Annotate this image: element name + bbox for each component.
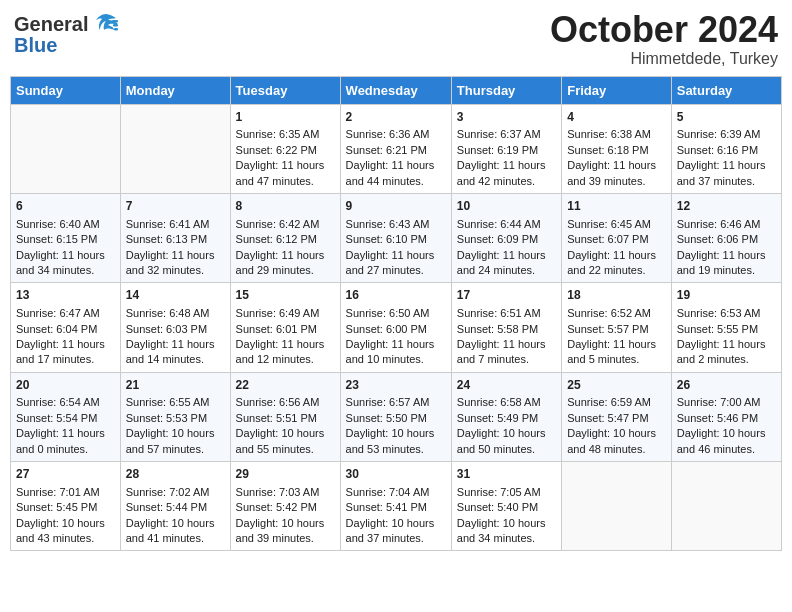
cell-info-line: Daylight: 10 hours and 46 minutes. [677,426,776,457]
cell-w3-d1: 13Sunrise: 6:47 AMSunset: 6:04 PMDayligh… [11,283,121,372]
cell-w3-d3: 15Sunrise: 6:49 AMSunset: 6:01 PMDayligh… [230,283,340,372]
cell-w1-d1 [11,104,121,193]
day-number: 13 [16,287,115,304]
day-number: 15 [236,287,335,304]
cell-info-line: Daylight: 11 hours and 42 minutes. [457,158,556,189]
cell-info-line: Sunrise: 6:44 AM [457,217,556,232]
cell-info-line: Sunset: 6:09 PM [457,232,556,247]
cell-w5-d6 [562,462,671,551]
location-title: Himmetdede, Turkey [550,50,778,68]
cell-info-line: Sunset: 5:45 PM [16,500,115,515]
col-sunday: Sunday [11,76,121,104]
calendar-table: Sunday Monday Tuesday Wednesday Thursday… [10,76,782,552]
day-number: 31 [457,466,556,483]
cell-info-line: Sunset: 5:49 PM [457,411,556,426]
cell-info-line: Sunset: 5:53 PM [126,411,225,426]
cell-info-line: Daylight: 11 hours and 47 minutes. [236,158,335,189]
cell-info-line: Sunrise: 6:39 AM [677,127,776,142]
cell-info-line: Sunset: 6:22 PM [236,143,335,158]
cell-info-line: Daylight: 11 hours and 27 minutes. [346,248,446,279]
cell-info-line: Sunrise: 6:36 AM [346,127,446,142]
cell-info-line: Daylight: 11 hours and 19 minutes. [677,248,776,279]
cell-info-line: Sunrise: 6:47 AM [16,306,115,321]
logo: General Blue [14,10,120,57]
cell-info-line: Sunset: 5:51 PM [236,411,335,426]
cell-info-line: Daylight: 10 hours and 34 minutes. [457,516,556,547]
cell-info-line: Daylight: 11 hours and 39 minutes. [567,158,665,189]
month-title: October 2024 [550,10,778,50]
cell-w3-d2: 14Sunrise: 6:48 AMSunset: 6:03 PMDayligh… [120,283,230,372]
logo-blue: Blue [14,34,57,57]
cell-info-line: Sunrise: 6:38 AM [567,127,665,142]
cell-w5-d5: 31Sunrise: 7:05 AMSunset: 5:40 PMDayligh… [451,462,561,551]
cell-info-line: Sunrise: 6:52 AM [567,306,665,321]
day-number: 19 [677,287,776,304]
svg-rect-1 [113,24,118,27]
cell-info-line: Sunset: 6:13 PM [126,232,225,247]
cell-info-line: Sunset: 5:50 PM [346,411,446,426]
cell-w5-d7 [671,462,781,551]
cell-info-line: Sunrise: 6:48 AM [126,306,225,321]
week-row-4: 20Sunrise: 6:54 AMSunset: 5:54 PMDayligh… [11,372,782,461]
logo-bird-icon [92,10,120,38]
day-number: 29 [236,466,335,483]
title-block: October 2024 Himmetdede, Turkey [550,10,778,68]
cell-info-line: Daylight: 10 hours and 37 minutes. [346,516,446,547]
cell-info-line: Sunrise: 6:53 AM [677,306,776,321]
cell-info-line: Daylight: 10 hours and 57 minutes. [126,426,225,457]
svg-rect-2 [114,28,118,31]
cell-info-line: Sunrise: 6:59 AM [567,395,665,410]
week-row-1: 1Sunrise: 6:35 AMSunset: 6:22 PMDaylight… [11,104,782,193]
cell-info-line: Sunset: 5:54 PM [16,411,115,426]
day-number: 28 [126,466,225,483]
cell-info-line: Sunset: 5:58 PM [457,322,556,337]
cell-info-line: Daylight: 11 hours and 22 minutes. [567,248,665,279]
week-row-2: 6Sunrise: 6:40 AMSunset: 6:15 PMDaylight… [11,193,782,282]
day-number: 6 [16,198,115,215]
cell-info-line: Sunset: 5:44 PM [126,500,225,515]
cell-info-line: Sunset: 6:15 PM [16,232,115,247]
cell-info-line: Sunrise: 6:45 AM [567,217,665,232]
cell-w3-d7: 19Sunrise: 6:53 AMSunset: 5:55 PMDayligh… [671,283,781,372]
cell-info-line: Sunset: 6:04 PM [16,322,115,337]
cell-w1-d4: 2Sunrise: 6:36 AMSunset: 6:21 PMDaylight… [340,104,451,193]
logo-general: General [14,13,88,36]
day-number: 9 [346,198,446,215]
cell-info-line: Daylight: 11 hours and 10 minutes. [346,337,446,368]
cell-info-line: Sunset: 6:03 PM [126,322,225,337]
cell-info-line: Sunset: 6:18 PM [567,143,665,158]
cell-info-line: Sunset: 5:55 PM [677,322,776,337]
cell-info-line: Sunrise: 7:04 AM [346,485,446,500]
cell-info-line: Sunset: 6:01 PM [236,322,335,337]
day-number: 7 [126,198,225,215]
cell-info-line: Sunrise: 6:37 AM [457,127,556,142]
cell-info-line: Sunrise: 6:58 AM [457,395,556,410]
cell-info-line: Sunrise: 6:57 AM [346,395,446,410]
cell-w2-d3: 8Sunrise: 6:42 AMSunset: 6:12 PMDaylight… [230,193,340,282]
cell-w2-d2: 7Sunrise: 6:41 AMSunset: 6:13 PMDaylight… [120,193,230,282]
cell-info-line: Daylight: 11 hours and 14 minutes. [126,337,225,368]
cell-info-line: Daylight: 10 hours and 48 minutes. [567,426,665,457]
cell-info-line: Daylight: 10 hours and 41 minutes. [126,516,225,547]
cell-w5-d4: 30Sunrise: 7:04 AMSunset: 5:41 PMDayligh… [340,462,451,551]
cell-info-line: Daylight: 10 hours and 43 minutes. [16,516,115,547]
cell-w4-d7: 26Sunrise: 7:00 AMSunset: 5:46 PMDayligh… [671,372,781,461]
col-saturday: Saturday [671,76,781,104]
day-number: 24 [457,377,556,394]
week-row-5: 27Sunrise: 7:01 AMSunset: 5:45 PMDayligh… [11,462,782,551]
day-number: 10 [457,198,556,215]
day-number: 22 [236,377,335,394]
cell-info-line: Sunrise: 6:55 AM [126,395,225,410]
cell-info-line: Sunrise: 7:03 AM [236,485,335,500]
cell-info-line: Sunrise: 6:50 AM [346,306,446,321]
cell-info-line: Sunset: 6:07 PM [567,232,665,247]
cell-info-line: Daylight: 11 hours and 0 minutes. [16,426,115,457]
day-number: 25 [567,377,665,394]
col-monday: Monday [120,76,230,104]
cell-info-line: Sunrise: 6:35 AM [236,127,335,142]
cell-info-line: Daylight: 11 hours and 24 minutes. [457,248,556,279]
cell-w3-d4: 16Sunrise: 6:50 AMSunset: 6:00 PMDayligh… [340,283,451,372]
cell-w5-d1: 27Sunrise: 7:01 AMSunset: 5:45 PMDayligh… [11,462,121,551]
cell-w1-d7: 5Sunrise: 6:39 AMSunset: 6:16 PMDaylight… [671,104,781,193]
cell-info-line: Sunrise: 6:42 AM [236,217,335,232]
